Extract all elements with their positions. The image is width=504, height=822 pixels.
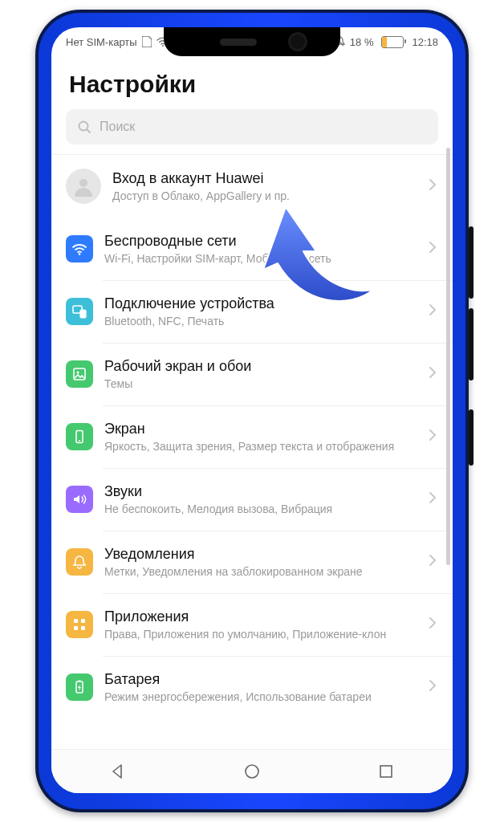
row-subtitle: Не беспокоить, Мелодия вызова, Вибрация [104,502,417,516]
row-subtitle: Права, Приложения по умолчанию, Приложен… [104,627,417,641]
chevron-right-icon [429,554,440,570]
row-title: Приложения [104,608,417,626]
chevron-right-icon [429,491,440,507]
sound-icon [66,486,93,513]
search-placeholder: Поиск [100,120,135,134]
svg-point-0 [162,45,164,47]
content-area: Настройки Поиск Вход в аккаунт Huawei [51,27,453,793]
navigation-bar [51,749,453,793]
chevron-right-icon [429,616,440,633]
home-button[interactable] [241,760,263,783]
sim-card-icon [142,36,152,47]
row-subtitle: Яркость, Защита зрения, Размер текста и … [104,439,417,454]
battery-icon [381,36,404,48]
back-button[interactable] [107,760,129,783]
row-title: Уведомления [104,545,417,564]
chevron-right-icon [429,241,440,257]
wallpaper-icon [66,360,93,388]
wifi-icon [66,235,93,262]
settings-row-bell[interactable]: УведомленияМетки, Уведомления на заблоки… [51,531,453,593]
chevron-right-icon [429,679,440,695]
account-row[interactable]: Вход в аккаунт Huawei Доступ в Облако, A… [51,155,453,218]
row-title: Экран [104,420,417,438]
svg-point-5 [79,253,81,255]
page-title: Настройки [51,63,453,109]
clock-text: 12:18 [412,36,438,48]
settings-row-apps[interactable]: ПриложенияПрава, Приложения по умолчанию… [51,593,453,656]
svg-rect-7 [80,310,86,318]
search-field[interactable]: Поиск [66,109,438,144]
row-title: Беспроводные сети [104,232,417,250]
row-title: Подключение устройства [104,295,417,313]
svg-rect-13 [81,619,85,623]
battery-icon [66,673,93,701]
svg-point-4 [79,179,87,187]
row-subtitle: Wi-Fi, Настройки SIM-карт, Мобильная сет… [104,251,417,266]
svg-rect-19 [380,766,392,777]
settings-row-battery[interactable]: БатареяРежим энергосбережения, Использов… [51,656,453,718]
settings-row-sound[interactable]: ЗвукиНе беспокоить, Мелодия вызова, Вибр… [51,468,453,531]
svg-point-9 [76,371,79,373]
account-title: Вход в аккаунт Huawei [112,169,417,188]
svg-point-11 [79,440,80,442]
phone-frame: Нет SIM-карты 18 % 12:18 [35,10,469,812]
power-button[interactable] [469,409,474,466]
row-title: Батарея [104,670,417,689]
row-title: Рабочий экран и обои [104,357,417,376]
bell-icon [66,548,93,576]
display-icon [66,423,93,450]
row-title: Звуки [104,482,417,501]
settings-row-wifi[interactable]: Беспроводные сетиWi-Fi, Настройки SIM-ка… [51,218,453,280]
scrollbar[interactable] [446,148,450,729]
settings-row-wallpaper[interactable]: Рабочий экран и обоиТемы [51,343,453,405]
chevron-right-icon [429,303,440,319]
settings-row-devices[interactable]: Подключение устройстваBluetooth, NFC, Пе… [51,280,453,343]
chevron-right-icon [429,366,440,382]
volume-down-button[interactable] [469,308,474,380]
volume-up-button[interactable] [469,226,474,299]
svg-rect-15 [81,626,85,630]
avatar-icon [66,169,101,204]
sim-status-text: Нет SIM-карты [66,36,137,48]
svg-rect-14 [74,626,78,630]
scrollbar-thumb[interactable] [446,148,450,565]
settings-row-display[interactable]: ЭкранЯркость, Защита зрения, Размер текс… [51,405,453,468]
settings-list: Вход в аккаунт Huawei Доступ в Облако, A… [51,154,453,718]
row-subtitle: Метки, Уведомления на заблокированном эк… [104,564,417,579]
recent-apps-button[interactable] [375,760,397,783]
svg-line-3 [87,130,91,133]
search-icon [77,120,91,134]
row-subtitle: Bluetooth, NFC, Печать [104,314,417,328]
svg-rect-12 [74,619,78,623]
notch [164,27,340,56]
battery-percent-text: 18 % [350,36,374,48]
account-subtitle: Доступ в Облако, AppGallery и пр. [112,189,417,203]
apps-icon [66,611,93,638]
row-subtitle: Темы [104,376,417,391]
chevron-right-icon [429,178,440,194]
row-subtitle: Режим энергосбережения, Использование ба… [104,690,417,704]
screen: Нет SIM-карты 18 % 12:18 [51,27,453,793]
svg-rect-17 [79,681,81,682]
chevron-right-icon [429,429,440,445]
svg-point-18 [246,765,258,778]
svg-point-2 [79,122,88,131]
devices-icon [66,298,93,325]
